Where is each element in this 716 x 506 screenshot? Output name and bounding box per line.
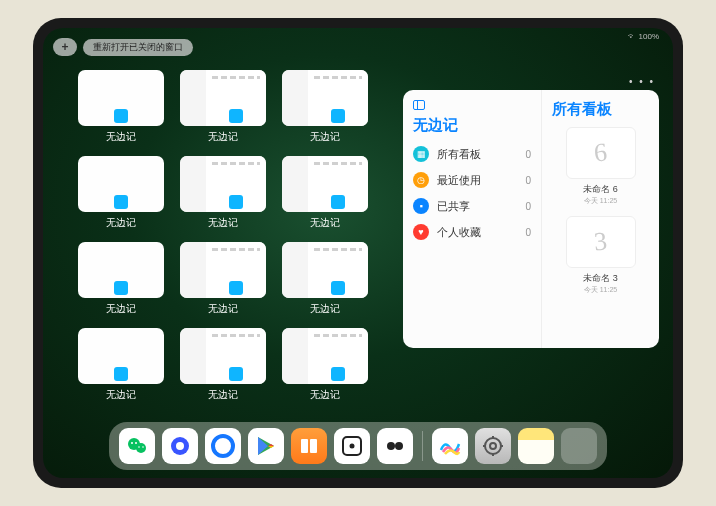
reopen-closed-pill[interactable]: 重新打开已关闭的窗口 [83, 39, 193, 56]
svg-point-4 [138, 446, 140, 448]
nav-count: 0 [525, 201, 531, 212]
board-card[interactable]: 3未命名 3今天 11:25 [556, 216, 646, 295]
window-label: 无边记 [208, 388, 238, 402]
status-bar: ᯤ 100% [628, 32, 659, 41]
nav-label: 个人收藏 [437, 225, 517, 240]
freeform-icon[interactable] [432, 428, 468, 464]
nav-item-grid[interactable]: ▦所有看板0 [413, 141, 531, 167]
window-controls-icon[interactable]: • • • [629, 76, 655, 87]
top-left-controls: + 重新打开已关闭的窗口 [53, 38, 193, 56]
svg-point-16 [490, 443, 496, 449]
window-thumbnail[interactable]: 无边记 [177, 328, 269, 408]
nav-item-heart[interactable]: ♥个人收藏0 [413, 219, 531, 245]
svg-rect-10 [310, 439, 317, 453]
window-thumbnail[interactable]: 无边记 [279, 156, 371, 236]
window-thumbnail[interactable]: 无边记 [177, 242, 269, 322]
window-label: 无边记 [106, 302, 136, 316]
svg-point-7 [176, 442, 184, 450]
window-label: 无边记 [208, 302, 238, 316]
dock [109, 422, 607, 470]
new-window-button[interactable]: + [53, 38, 77, 56]
window-label: 无边记 [106, 388, 136, 402]
svg-point-13 [387, 442, 395, 450]
window-label: 无边记 [106, 130, 136, 144]
panel-left: 无边记 ▦所有看板0◷最近使用0▪已共享0♥个人收藏0 [403, 90, 541, 348]
window-thumbnail[interactable]: 无边记 [279, 242, 371, 322]
svg-point-8 [213, 436, 233, 456]
svg-point-1 [136, 443, 146, 453]
window-label: 无边记 [208, 216, 238, 230]
nav-item-clock[interactable]: ◷最近使用0 [413, 167, 531, 193]
svg-rect-9 [301, 439, 308, 453]
books-icon[interactable] [291, 428, 327, 464]
window-thumbnail[interactable]: 无边记 [75, 70, 167, 150]
window-label: 无边记 [310, 216, 340, 230]
heart-icon: ♥ [413, 224, 429, 240]
alipay-icon[interactable] [205, 428, 241, 464]
panel-right: 所有看板 6未命名 6今天 11:253未命名 3今天 11:25 [541, 90, 659, 348]
person-icon: ▪ [413, 198, 429, 214]
window-label: 无边记 [310, 130, 340, 144]
infinite-icon[interactable] [377, 428, 413, 464]
app-switcher-grid: 无边记无边记无边记无边记无边记无边记无边记无边记无边记无边记无边记无边记 [75, 70, 371, 408]
app-library-icon[interactable] [561, 428, 597, 464]
boards-grid: 6未命名 6今天 11:253未命名 3今天 11:25 [552, 127, 649, 295]
panel-title: 无边记 [413, 116, 531, 135]
window-thumbnail[interactable]: 无边记 [75, 328, 167, 408]
settings-icon[interactable] [475, 428, 511, 464]
window-label: 无边记 [310, 388, 340, 402]
board-sub: 今天 11:25 [556, 196, 646, 206]
boards-title: 所有看板 [552, 100, 649, 119]
nav-label: 已共享 [437, 199, 517, 214]
board-card[interactable]: 6未命名 6今天 11:25 [556, 127, 646, 206]
board-label: 未命名 6 [556, 183, 646, 196]
nav-count: 0 [525, 149, 531, 160]
window-thumbnail[interactable]: 无边记 [75, 242, 167, 322]
svg-point-14 [395, 442, 403, 450]
svg-point-12 [350, 444, 355, 449]
svg-point-3 [135, 442, 137, 444]
window-thumbnail[interactable]: 无边记 [177, 156, 269, 236]
quark-icon[interactable] [162, 428, 198, 464]
nav-count: 0 [525, 175, 531, 186]
dock-divider [422, 431, 423, 461]
window-thumbnail[interactable]: 无边记 [279, 328, 371, 408]
sidebar-toggle-icon[interactable] [413, 100, 425, 110]
window-thumbnail[interactable]: 无边记 [75, 156, 167, 236]
window-thumbnail[interactable]: 无边记 [177, 70, 269, 150]
wechat-icon[interactable] [119, 428, 155, 464]
weread-icon[interactable] [334, 428, 370, 464]
google-play-icon[interactable] [248, 428, 284, 464]
clock-icon: ◷ [413, 172, 429, 188]
window-label: 无边记 [106, 216, 136, 230]
screen: ᯤ 100% + 重新打开已关闭的窗口 无边记无边记无边记无边记无边记无边记无边… [43, 28, 673, 478]
board-sub: 今天 11:25 [556, 285, 646, 295]
svg-point-5 [142, 446, 144, 448]
nav-label: 所有看板 [437, 147, 517, 162]
nav-item-person[interactable]: ▪已共享0 [413, 193, 531, 219]
window-label: 无边记 [208, 130, 238, 144]
grid-icon: ▦ [413, 146, 429, 162]
svg-point-15 [485, 438, 501, 454]
nav-label: 最近使用 [437, 173, 517, 188]
svg-point-2 [131, 442, 133, 444]
ipad-frame: ᯤ 100% + 重新打开已关闭的窗口 无边记无边记无边记无边记无边记无边记无边… [33, 18, 683, 488]
notes-icon[interactable] [518, 428, 554, 464]
board-label: 未命名 3 [556, 272, 646, 285]
nav-count: 0 [525, 227, 531, 238]
window-label: 无边记 [310, 302, 340, 316]
freeform-sidebar-panel: • • • 无边记 ▦所有看板0◷最近使用0▪已共享0♥个人收藏0 所有看板 6… [403, 90, 659, 348]
window-thumbnail[interactable]: 无边记 [279, 70, 371, 150]
nav-list: ▦所有看板0◷最近使用0▪已共享0♥个人收藏0 [413, 141, 531, 245]
